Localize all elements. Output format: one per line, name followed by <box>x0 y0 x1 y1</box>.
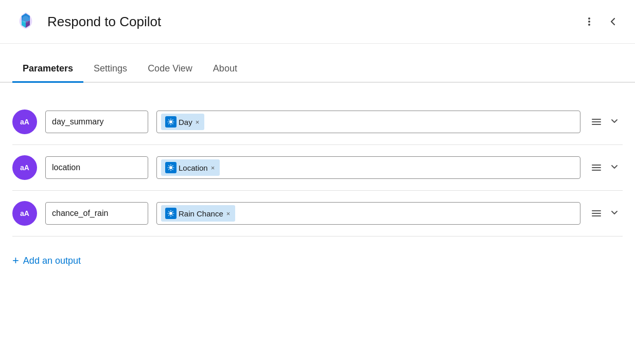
param-name-input-chance-of-rain[interactable] <box>45 202 148 225</box>
hamburger-button-location[interactable] <box>589 162 604 173</box>
avatar-text: aA <box>20 209 29 217</box>
svg-line-19 <box>169 166 169 166</box>
svg-point-23 <box>169 212 172 215</box>
more-options-button[interactable] <box>579 12 599 31</box>
avatar-day-summary: aA <box>12 110 37 134</box>
svg-point-14 <box>169 166 172 169</box>
tag-close-day[interactable]: × <box>195 119 201 125</box>
page-title: Respond to Copilot <box>47 14 579 30</box>
tab-settings[interactable]: Settings <box>83 56 137 83</box>
param-row-day-summary: aA Day <box>12 99 623 145</box>
svg-line-22 <box>169 169 169 170</box>
tag-input-location: Location × <box>156 156 580 179</box>
hamburger-line <box>592 119 601 120</box>
tabs-bar: Parameters Settings Code View About <box>0 56 635 83</box>
hamburger-line <box>592 170 601 171</box>
chevron-down-button-chance-of-rain[interactable] <box>606 205 623 222</box>
app-logo <box>12 8 39 35</box>
avatar-text: aA <box>20 163 29 172</box>
svg-point-1 <box>22 16 29 23</box>
svg-line-21 <box>172 166 173 166</box>
sun-icon-rain-chance <box>165 208 177 219</box>
svg-line-10 <box>169 120 169 120</box>
avatar-location: aA <box>12 155 37 180</box>
tag-input-rain-chance: Rain Chance × <box>156 202 580 225</box>
svg-line-20 <box>172 169 173 170</box>
tag-input-day-summary: Day × <box>156 111 580 133</box>
svg-point-5 <box>169 120 172 123</box>
back-button[interactable] <box>603 12 623 31</box>
add-output-label: Add an output <box>23 256 81 266</box>
tag-label-day: Day <box>179 118 192 126</box>
main-content: aA Day <box>0 83 635 287</box>
tab-code-view[interactable]: Code View <box>137 56 203 83</box>
svg-line-31 <box>169 215 169 215</box>
hamburger-line <box>592 213 601 214</box>
avatar-chance-of-rain: aA <box>12 201 37 226</box>
row-actions-location <box>589 159 623 176</box>
param-name-input-day-summary[interactable] <box>45 111 148 133</box>
hamburger-line <box>592 167 601 168</box>
svg-line-11 <box>172 123 173 124</box>
sun-icon-location <box>165 162 177 173</box>
tag-day: Day × <box>161 114 204 130</box>
chevron-down-button-day-summary[interactable] <box>606 114 623 131</box>
plus-icon: + <box>12 255 19 266</box>
hamburger-line <box>592 210 601 211</box>
svg-point-2 <box>588 17 590 20</box>
add-output-button[interactable]: + Add an output <box>12 251 81 270</box>
svg-point-4 <box>588 24 590 26</box>
row-actions-chance-of-rain <box>589 205 623 222</box>
row-actions-day-summary <box>589 114 623 131</box>
svg-point-3 <box>588 21 590 23</box>
tag-location: Location × <box>161 159 220 176</box>
svg-line-29 <box>172 215 173 215</box>
tag-label-rain-chance: Rain Chance <box>179 209 223 218</box>
chevron-down-button-location[interactable] <box>606 159 623 176</box>
tab-about[interactable]: About <box>203 56 248 83</box>
sun-icon-day <box>165 116 177 128</box>
tag-label-location: Location <box>179 163 208 172</box>
tab-parameters[interactable]: Parameters <box>12 56 83 83</box>
header: Respond to Copilot <box>0 0 635 44</box>
svg-line-30 <box>172 211 173 212</box>
hamburger-line <box>592 124 601 125</box>
svg-line-13 <box>169 123 169 124</box>
tag-close-location[interactable]: × <box>210 165 216 171</box>
hamburger-button-chance-of-rain[interactable] <box>589 208 604 219</box>
tag-close-rain-chance[interactable]: × <box>225 210 232 217</box>
avatar-text: aA <box>20 118 29 126</box>
tag-rain-chance: Rain Chance × <box>161 205 235 222</box>
header-actions <box>579 12 623 31</box>
hamburger-line <box>592 165 601 166</box>
hamburger-line <box>592 215 601 216</box>
svg-line-12 <box>172 120 173 120</box>
hamburger-line <box>592 121 601 122</box>
param-row-location: aA Location <box>12 145 623 191</box>
hamburger-button-day-summary[interactable] <box>589 117 604 127</box>
svg-line-28 <box>169 211 169 212</box>
param-name-input-location[interactable] <box>45 156 148 179</box>
param-row-chance-of-rain: aA Rain Chanc <box>12 191 623 236</box>
